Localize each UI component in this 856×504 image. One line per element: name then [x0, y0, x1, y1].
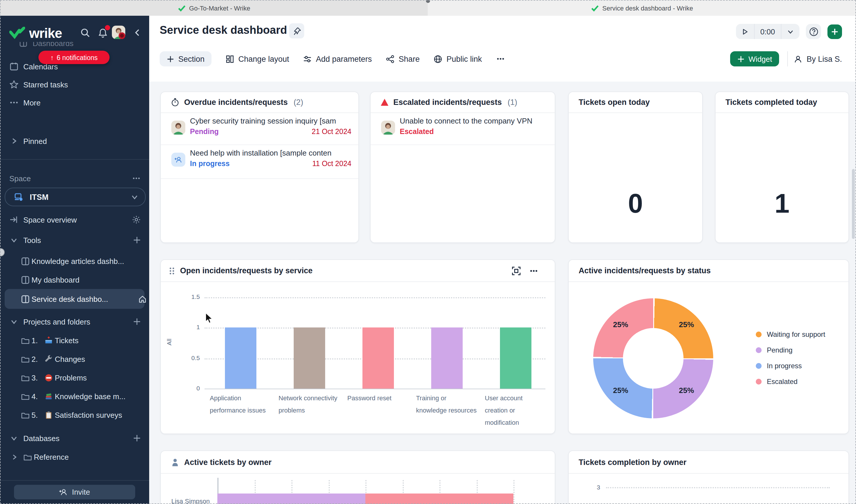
due-date: 11 Oct 2024: [312, 160, 351, 168]
slice-label: 25%: [679, 320, 694, 329]
widget-header: Tickets completion by owner: [569, 451, 849, 474]
sidebar-section-projects-and-folders[interactable]: Projects and folders: [0, 314, 149, 329]
plus-icon[interactable]: [133, 318, 141, 326]
gridline: [606, 487, 830, 488]
add-section-button[interactable]: Section: [160, 51, 212, 67]
avatar[interactable]: [111, 25, 125, 39]
timer-play-icon[interactable]: [736, 24, 754, 39]
donut-hole: [623, 328, 683, 389]
create-new-button[interactable]: [827, 24, 842, 39]
change-layout-button[interactable]: Change layout: [226, 54, 289, 63]
question-icon: [808, 26, 818, 36]
sidebar-item-problems[interactable]: 3. Problems: [0, 370, 149, 385]
plus-icon[interactable]: [133, 236, 141, 244]
help-button[interactable]: [806, 24, 821, 39]
timer-value: 0:00: [754, 24, 781, 39]
y-tick: 0.5: [177, 354, 200, 361]
pin-icon: [292, 26, 301, 35]
widget-escalated-incidents: Escalated incidents/requests (1) Unable …: [370, 91, 555, 243]
share-button[interactable]: Share: [386, 54, 420, 63]
stopwatch-icon: [171, 98, 179, 107]
widget-header: Tickets completed today: [716, 92, 849, 113]
notifications-pill[interactable]: ↑ 6 notifications: [38, 51, 110, 64]
bar-2: [362, 327, 394, 389]
dashboard-canvas: Overdue incidents/requests (2) Cyber sec…: [149, 82, 856, 504]
invite-button[interactable]: Invite: [14, 485, 135, 499]
plus-icon[interactable]: [133, 434, 141, 442]
space-menu-dots-icon[interactable]: [132, 174, 141, 183]
sidebar-section-tools[interactable]: Tools: [0, 233, 149, 248]
incident-row[interactable]: Cyber security training session inquiry …: [161, 112, 358, 144]
plus-icon: [831, 28, 839, 36]
legend-item: Waiting for support: [756, 326, 825, 342]
add-widget-button[interactable]: Widget: [730, 51, 779, 67]
books-icon: [42, 392, 55, 400]
sidebar-item-knowledge-base[interactable]: 4. Knowledge base m...: [0, 389, 149, 404]
gridline: [513, 480, 515, 504]
divider: [0, 159, 149, 160]
scrollbar-thumb[interactable]: [852, 169, 855, 239]
globe-icon: [433, 54, 442, 63]
slice-label: 25%: [613, 386, 628, 395]
stacked-bar-segment: [217, 493, 365, 504]
widget-header: Escalated incidents/requests (1): [371, 92, 555, 113]
sidebar-item-pinned[interactable]: Pinned: [0, 133, 149, 148]
sidebar: wrike Dashboards ↑ 6 notifications Calen…: [0, 16, 149, 504]
add-parameters-button[interactable]: Add parameters: [303, 54, 372, 63]
widget-completion-by-owner: Tickets completion by owner 3: [568, 450, 849, 504]
sidebar-item-satisfaction-surveys[interactable]: 5. Satisfaction surveys: [0, 407, 149, 422]
widget-header: Tickets open today: [569, 92, 702, 113]
legend-dot-icon: [756, 363, 762, 368]
filter-by-owner[interactable]: By Lisa S.: [793, 51, 842, 67]
public-link-button[interactable]: Public link: [433, 54, 482, 63]
widget-active-by-status: Active incidents/requests by status 25%2…: [568, 259, 849, 434]
notifications-bell-icon[interactable]: [95, 25, 110, 40]
legend-item: In progress: [756, 358, 825, 374]
stacked-bar-segment: [365, 493, 513, 504]
sidebar-item-more[interactable]: More: [0, 95, 149, 110]
timer-control[interactable]: 0:00: [736, 24, 800, 39]
status-badge: Escalated: [400, 128, 434, 136]
sidebar-item-my-dashboard[interactable]: My dashboard: [0, 272, 149, 287]
timer-chevron-down-icon[interactable]: [781, 24, 800, 39]
metric-value: 1: [716, 112, 849, 219]
slice-label: 25%: [679, 386, 694, 395]
x-category-label: Training orknowledge resources: [416, 392, 477, 417]
metric-value: 0: [569, 112, 702, 219]
arrow-up-icon: ↑: [50, 54, 54, 61]
sidebar-item-changes[interactable]: 2. Changes: [0, 352, 149, 366]
gear-icon[interactable]: [132, 215, 141, 224]
space-itsm-icon: [11, 192, 26, 202]
owner-row-label: Lisa Simpson: [171, 498, 210, 504]
sidebar-item-reference[interactable]: Reference: [0, 449, 149, 464]
sidebar-item-service-desk-dashboard-selected[interactable]: Service desk dashbo...: [5, 289, 144, 309]
more-dots-icon: [5, 98, 23, 107]
person-icon: [793, 54, 802, 63]
sidebar-item-space-overview[interactable]: Space overview: [0, 212, 149, 227]
sidebar-item-knowledge-articles-dashboard[interactable]: Knowledge articles dashb...: [0, 253, 149, 269]
pin-button[interactable]: [289, 23, 304, 38]
sidebar-section-databases[interactable]: Databases: [0, 431, 149, 446]
folder-icon: [19, 392, 32, 400]
legend-item: Escalated: [756, 374, 825, 389]
avatar: [171, 121, 185, 134]
divider: [787, 51, 788, 67]
y-tick: 3: [586, 484, 600, 491]
y-tick: 1: [177, 323, 200, 330]
chevron-down-icon: [5, 237, 23, 244]
search-icon[interactable]: [78, 25, 92, 40]
browser-tab-service-desk[interactable]: Service desk dashboard - Wrike: [428, 0, 856, 16]
collapse-sidebar-icon[interactable]: [130, 25, 144, 40]
bell-badge: [105, 25, 110, 30]
space-selector[interactable]: ITSM: [5, 187, 146, 206]
widget-tickets-open-today: Tickets open today 0: [568, 91, 703, 243]
sidebar-item-tickets[interactable]: 1. Tickets: [0, 333, 149, 348]
folder-icon: [19, 411, 32, 419]
browser-tab-go-to-market[interactable]: Go-To-Market - Wrike: [0, 0, 428, 16]
sidebar-item-starred-tasks[interactable]: Starred tasks: [0, 77, 149, 92]
folder-icon: [19, 373, 32, 382]
incident-row[interactable]: Need help with installation [sample cont…: [161, 144, 358, 177]
wrike-logo[interactable]: wrike: [9, 24, 62, 42]
incident-row[interactable]: Unable to connect to the company VPN Esc…: [371, 112, 555, 144]
more-actions-button[interactable]: [496, 54, 505, 64]
